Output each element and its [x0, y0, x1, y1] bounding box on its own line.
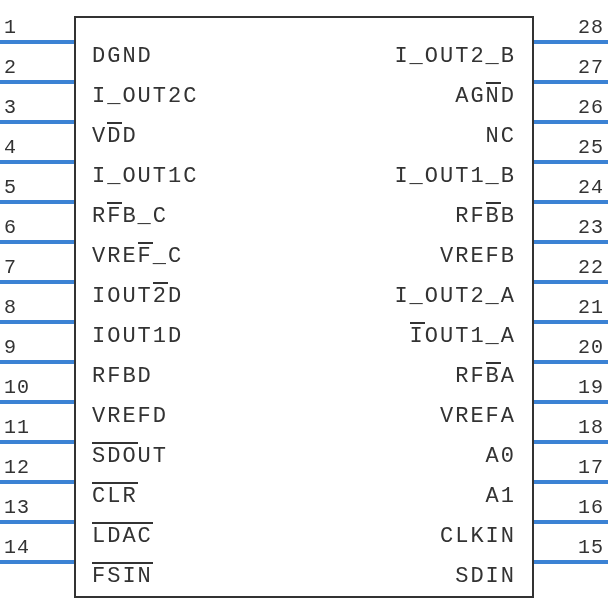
pin-lead [534, 280, 608, 284]
pin-number: 20 [578, 336, 604, 359]
pin-number: 17 [578, 456, 604, 479]
pin-lead [534, 80, 608, 84]
pin-number: 15 [578, 536, 604, 559]
pin-label: VREF_C [92, 244, 183, 269]
pin-number: 27 [578, 56, 604, 79]
pin-lead [534, 480, 608, 484]
pin-number: 5 [4, 176, 17, 199]
pin-label: NC [486, 124, 516, 149]
pin-number: 11 [4, 416, 30, 439]
pin-number: 19 [578, 376, 604, 399]
pin-number: 8 [4, 296, 17, 319]
pin-label: CLR [92, 484, 138, 509]
pin-label: SDOUT [92, 444, 168, 469]
pin-lead [534, 40, 608, 44]
pin-number: 28 [578, 16, 604, 39]
pin-label: RFBD [92, 364, 153, 389]
pin-label: VDD [92, 124, 138, 149]
pin-label: A1 [486, 484, 516, 509]
pin-label: VREFA [440, 404, 516, 429]
pin-number: 12 [4, 456, 30, 479]
pin-lead [0, 40, 74, 44]
pin-label: FSIN [92, 564, 153, 589]
pin-number: 16 [578, 496, 604, 519]
pin-lead [0, 360, 74, 364]
pin-lead [534, 440, 608, 444]
pin-lead [0, 280, 74, 284]
pin-label: DGND [92, 44, 153, 69]
pin-number: 6 [4, 216, 17, 239]
pin-label: I_OUT2_B [394, 44, 516, 69]
pin-label: SDIN [455, 564, 516, 589]
pin-number: 22 [578, 256, 604, 279]
pin-label: VREFB [440, 244, 516, 269]
pin-number: 7 [4, 256, 17, 279]
pin-label: IOUT2D [92, 284, 183, 309]
pin-number: 2 [4, 56, 17, 79]
pin-label: I_OUT1_B [394, 164, 516, 189]
pin-label: RFBB [455, 204, 516, 229]
pin-number: 10 [4, 376, 30, 399]
pin-label: AGND [455, 84, 516, 109]
pin-label: CLKIN [440, 524, 516, 549]
pin-lead [534, 240, 608, 244]
pin-lead [534, 400, 608, 404]
pin-label: LDAC [92, 524, 153, 549]
pin-number: 18 [578, 416, 604, 439]
pin-number: 23 [578, 216, 604, 239]
pin-lead [534, 160, 608, 164]
pin-lead [534, 360, 608, 364]
pin-lead [534, 520, 608, 524]
pin-number: 1 [4, 16, 17, 39]
pin-lead [0, 560, 74, 564]
pin-label: I_OUT1C [92, 164, 198, 189]
pin-label: A0 [486, 444, 516, 469]
pin-label: VREFD [92, 404, 168, 429]
pin-lead [0, 200, 74, 204]
pin-number: 13 [4, 496, 30, 519]
pin-number: 9 [4, 336, 17, 359]
pin-lead [0, 440, 74, 444]
pin-lead [0, 160, 74, 164]
pin-number: 26 [578, 96, 604, 119]
pin-number: 24 [578, 176, 604, 199]
pin-lead [0, 520, 74, 524]
pin-label: RFB_C [92, 204, 168, 229]
pin-lead [0, 120, 74, 124]
pin-lead [0, 320, 74, 324]
pin-number: 14 [4, 536, 30, 559]
pin-label: IOUT1D [92, 324, 183, 349]
pin-lead [0, 400, 74, 404]
pin-lead [534, 200, 608, 204]
pin-number: 21 [578, 296, 604, 319]
pin-lead [0, 240, 74, 244]
pin-label: I_OUT2_A [394, 284, 516, 309]
pin-label: IOUT1_A [410, 324, 516, 349]
pin-lead [0, 480, 74, 484]
pin-lead [534, 560, 608, 564]
pin-number: 3 [4, 96, 17, 119]
pin-number: 4 [4, 136, 17, 159]
pin-lead [534, 320, 608, 324]
pin-label: RFBA [455, 364, 516, 389]
pin-lead [534, 120, 608, 124]
pin-lead [0, 80, 74, 84]
pin-label: I_OUT2C [92, 84, 198, 109]
pin-number: 25 [578, 136, 604, 159]
